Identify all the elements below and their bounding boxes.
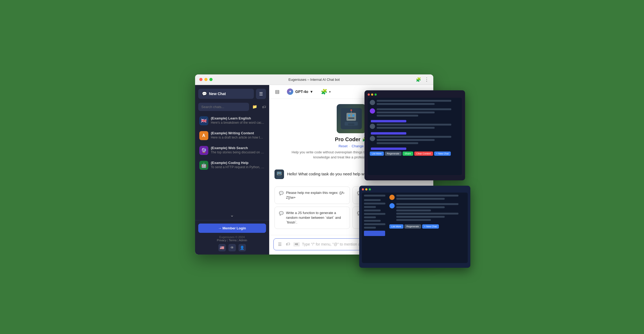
chat-item-text: (Example) Writing Content Here is a draf…	[211, 131, 265, 139]
bg-content-1: List More Regenerate Share Clear Context…	[368, 98, 462, 175]
sidebar-toggle-button[interactable]: ▤	[273, 88, 281, 96]
bg-content-2: List More Regenerate + New Chat	[362, 193, 468, 263]
chat-item-web-search[interactable]: 🔮 (Example) Web Search The top stories b…	[197, 143, 267, 158]
flag-icon-button[interactable]: 🇺🇸	[218, 244, 226, 251]
more-options-icon[interactable]: ⋮	[424, 77, 429, 82]
chat-item-title: (Example) Writing Content	[211, 131, 265, 135]
input-list-button[interactable]: ☰	[277, 241, 283, 248]
agent-change-link[interactable]: Change	[352, 144, 364, 148]
tag-button[interactable]: 🏷	[260, 104, 268, 110]
sidebar-chats: 🇬🇧 (Example) Learn English Here's a brea…	[195, 114, 269, 210]
plugin-chevron-icon: ▾	[329, 90, 331, 94]
chat-item-coding-help[interactable]: 🤖 (Example) Coding Help To send a HTTP r…	[197, 158, 267, 172]
suggestion-card-0[interactable]: 💬 Please help me explain this regex: ([A…	[274, 186, 350, 204]
suggestion-icon-0: 💬	[279, 191, 283, 196]
input-tag-button[interactable]: 🏷	[285, 241, 291, 248]
footer-icons: 🇺🇸 👁 👤	[198, 244, 266, 251]
new-folder-button[interactable]: 📁	[251, 103, 259, 110]
footer-privacy-link[interactable]: Privacy	[217, 239, 226, 242]
svg-rect-3	[352, 114, 354, 117]
svg-rect-14	[277, 176, 282, 178]
footer-admin-link[interactable]: Admin	[239, 239, 247, 242]
agent-avatar-svg	[341, 108, 362, 129]
close-button[interactable]	[199, 78, 202, 81]
sidebar-search-row: 📁 🏷 ✅	[195, 103, 269, 114]
chat-item-preview: The top stories being discussed on H...	[211, 150, 265, 154]
svg-rect-6	[348, 123, 354, 125]
sidebar: 💬 New Chat ☰ 📁 🏷 ✅ 🇬🇧 (E	[195, 85, 269, 255]
chat-item-text: (Example) Coding Help To send a HTTP req…	[211, 161, 265, 169]
model-icon: ✦	[287, 88, 293, 95]
person-icon-button[interactable]: 👤	[238, 244, 246, 251]
new-chat-label: New Chat	[209, 92, 226, 96]
agent-reset-link[interactable]: Reset	[339, 144, 348, 148]
svg-rect-11	[278, 172, 279, 173]
new-chat-icon: 💬	[202, 91, 207, 96]
window-container: List More Regenerate Share Clear Context…	[195, 74, 449, 260]
chat-item-learn-english[interactable]: 🇬🇧 (Example) Learn English Here's a brea…	[197, 114, 267, 128]
plugin-selector-button[interactable]: 🧩 ▾	[318, 87, 334, 96]
model-selector-button[interactable]: ✦ GPT-4o ▾	[284, 87, 315, 96]
bg-titlebar-1	[368, 93, 462, 96]
svg-rect-12	[280, 172, 281, 173]
chat-item-title: (Example) Coding Help	[211, 161, 265, 165]
chat-item-text: (Example) Learn English Here's a breakdo…	[211, 116, 265, 124]
sidebar-menu-button[interactable]: ☰	[256, 89, 266, 99]
bg-window-1: List More Regenerate Share Clear Context…	[364, 90, 465, 180]
bot-message-avatar-svg	[274, 170, 284, 179]
title-bar: Eugeniuses – Internal AI Chat bot 🧩 ⋮	[195, 74, 433, 85]
footer-links: Eugeniuses © 2024 Privacy | Terms | Admi…	[198, 235, 266, 242]
chat-item-preview: Here is a draft tech article on how to .…	[211, 136, 265, 139]
title-bar-actions: 🧩 ⋮	[416, 77, 429, 82]
chevron-down-icon: ▾	[310, 90, 312, 94]
chat-avatar-web-search: 🔮	[199, 146, 208, 155]
model-name: GPT-4o	[295, 90, 308, 94]
message-avatar	[274, 170, 284, 179]
svg-rect-4	[348, 118, 354, 119]
maximize-button[interactable]	[209, 78, 213, 81]
suggestion-card-2[interactable]: 💬 Write a JS function to generate a rand…	[274, 207, 350, 229]
svg-rect-2	[348, 114, 350, 117]
chat-item-title: (Example) Web Search	[211, 146, 265, 150]
chat-avatar-writing-content: A	[199, 131, 208, 140]
sidebar-footer: → Member Login Eugeniuses © 2024 Privacy…	[195, 220, 269, 255]
svg-point-8	[350, 109, 352, 111]
sidebar-header: 💬 New Chat ☰	[195, 85, 269, 103]
agent-avatar	[337, 104, 366, 133]
chat-item-title: (Example) Learn English	[211, 116, 265, 120]
eye-icon-button[interactable]: 👁	[228, 244, 236, 251]
footer-terms-link[interactable]: Terms	[229, 239, 237, 242]
bg-window-2: List More Regenerate + New Chat	[359, 186, 470, 268]
chat-item-text: (Example) Web Search The top stories bei…	[211, 146, 265, 154]
member-login-button[interactable]: → Member Login	[198, 224, 266, 233]
chat-item-preview: Here's a breakdown of the word cac...	[211, 121, 265, 124]
plugin-icon: 🧩	[321, 88, 327, 95]
bg-titlebar-2	[362, 188, 468, 190]
search-input[interactable]	[198, 103, 249, 111]
scroll-indicator: ⌄	[195, 210, 269, 220]
chat-avatar-coding-help: 🤖	[199, 161, 208, 170]
footer-copyright: Eugeniuses © 2024	[219, 235, 245, 239]
chat-item-writing-content[interactable]: A (Example) Writing Content Here is a dr…	[197, 128, 267, 143]
new-chat-button[interactable]: 💬 New Chat	[198, 89, 254, 99]
traffic-lights	[199, 78, 213, 81]
chat-avatar-learn-english: 🇬🇧	[199, 116, 208, 125]
suggestion-icon-2: 💬	[279, 211, 283, 216]
extension-icon[interactable]: 🧩	[416, 77, 421, 82]
message-text: Hello! What coding task do you need help…	[287, 170, 371, 177]
svg-rect-13	[278, 174, 281, 175]
svg-rect-1	[346, 113, 356, 121]
window-title: Eugeniuses – Internal AI Chat bot	[289, 78, 340, 82]
chat-item-preview: To send a HTTP request in Python, y...	[211, 165, 265, 169]
input-shortcut: ⌘K	[293, 242, 300, 247]
minimize-button[interactable]	[204, 78, 208, 81]
